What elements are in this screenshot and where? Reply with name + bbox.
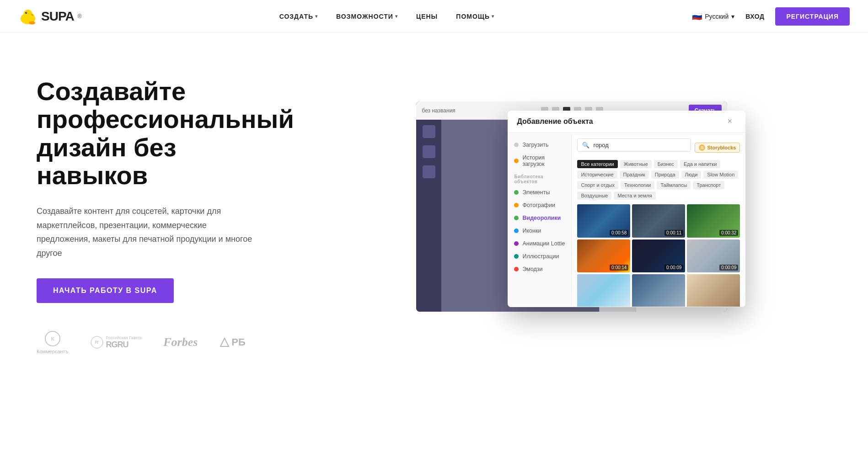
chevron-down-icon: ▾ [315, 14, 318, 19]
cat-historical[interactable]: Исторические [577, 170, 617, 179]
main-nav: СОЗДАТЬ ▾ ВОЗМОЖНОСТИ ▾ ЦЕНЫ ПОМОЩЬ ▾ [279, 13, 495, 20]
modal-content-area: 🔍 S Storyblocks Все категории Животны [572, 133, 745, 307]
hero-title: Создавайте профессиональный дизайн без н… [37, 77, 294, 190]
modal-illustrations-item[interactable]: Иллюстрации [508, 250, 571, 263]
cat-people[interactable]: Люди [681, 170, 702, 179]
video-thumb-5[interactable]: 0:00:09 [632, 239, 685, 273]
chevron-down-icon: ▾ [395, 14, 398, 19]
video-thumb-8[interactable] [632, 274, 685, 307]
upload-icon [514, 143, 519, 147]
logo[interactable]: SUPA® [18, 7, 82, 26]
hero-right: без названия Скачать [312, 101, 841, 330]
logo-text: SUPA [41, 9, 74, 24]
video-thumb-7[interactable] [577, 274, 630, 307]
modal-videos-item[interactable]: Видеоролики [508, 212, 571, 224]
modal-title: Добавление объекта [517, 117, 593, 126]
nav-prices[interactable]: ЦЕНЫ [416, 13, 438, 20]
icons-icon [514, 229, 519, 233]
sidebar-icon [423, 145, 435, 158]
sidebar-icon [423, 165, 435, 178]
partner-forbes: Forbes [163, 335, 198, 349]
partner-rgru: РГ Российская Газета RGRU [91, 336, 142, 349]
rb-icon [220, 337, 230, 347]
cat-holiday[interactable]: Праздник [620, 170, 649, 179]
video-thumb-9[interactable] [687, 274, 740, 307]
modal-sidebar: Загрузить История загрузок Библиотека об… [508, 133, 572, 307]
cat-all[interactable]: Все категории [577, 160, 617, 168]
svg-marker-9 [220, 338, 229, 346]
search-input[interactable] [593, 142, 686, 149]
hero-section: Создавайте профессиональный дизайн без н… [0, 33, 868, 389]
photos-icon [514, 203, 519, 207]
modal-history-item[interactable]: История загрузок [508, 151, 571, 170]
kommersant-icon: К [44, 330, 61, 347]
header-right: 🇷🇺 Русский ▾ ВХОД РЕГИСТРАЦИЯ [692, 7, 850, 26]
video-thumb-4[interactable]: 0:00:14 [577, 239, 630, 273]
modal-lottie-item[interactable]: Анимации Lottie [508, 237, 571, 250]
cat-nature[interactable]: Природа [651, 170, 679, 179]
elements-icon [514, 190, 519, 195]
hero-description: Создавайте контент для соцсетей, карточк… [37, 204, 256, 260]
modal-emoji-item[interactable]: Эмодзи [508, 263, 571, 276]
partner-rb: РБ [220, 336, 246, 348]
sidebar-icon [423, 125, 435, 138]
cat-slowmo[interactable]: Slow Motion [703, 170, 738, 179]
register-button[interactable]: РЕГИСТРАЦИЯ [775, 7, 850, 26]
svg-text:РГ: РГ [94, 340, 99, 345]
nav-create[interactable]: СОЗДАТЬ ▾ [279, 13, 318, 20]
language-selector[interactable]: 🇷🇺 Русский ▾ [692, 11, 734, 21]
cta-button[interactable]: НАЧАТЬ РАБОТУ В SUPA [37, 278, 174, 303]
canvas-name: без названия [422, 107, 455, 114]
lottie-icon [514, 241, 519, 246]
nav-help[interactable]: ПОМОЩЬ ▾ [456, 13, 494, 20]
cat-transport[interactable]: Транспорт [693, 181, 724, 189]
modal-photos-item[interactable]: Фотографии [508, 199, 571, 212]
cat-animals[interactable]: Животные [620, 160, 652, 168]
nav-features[interactable]: ВОЗМОЖНОСТИ ▾ [336, 13, 398, 20]
add-object-modal: Добавление объекта × Загрузить История з… [508, 111, 745, 307]
category-tags: Все категории Животные Бизнес Еда и напи… [577, 160, 740, 200]
modal-header: Добавление объекта × [508, 111, 745, 133]
cat-business[interactable]: Бизнес [654, 160, 678, 168]
cat-tech[interactable]: Технологии [621, 181, 654, 189]
modal-icons-item[interactable]: Иконки [508, 224, 571, 237]
history-icon [514, 159, 519, 163]
duck-icon [18, 7, 38, 26]
chevron-down-icon: ▾ [492, 14, 494, 19]
video-thumb-2[interactable]: 0:00:11 [632, 204, 685, 238]
storyblocks-badge: S Storyblocks [695, 143, 740, 153]
modal-footer: Закрыть [508, 307, 745, 307]
video-grid: 0:00:58 0:00:11 0:00:32 0:00:14 [577, 204, 740, 307]
flag-icon: 🇷🇺 [692, 11, 702, 21]
partners-row: К Коммерсантъ РГ Российская Газета RGRU [37, 330, 294, 354]
modal-upload-item[interactable]: Загрузить [508, 138, 571, 151]
videos-icon [514, 216, 519, 220]
cat-sport[interactable]: Спорт и отдых [577, 181, 618, 189]
video-thumb-1[interactable]: 0:00:58 [577, 204, 630, 238]
rgru-emblem-icon: РГ [91, 336, 103, 349]
login-button[interactable]: ВХОД [745, 13, 764, 20]
svg-point-2 [25, 12, 27, 14]
illustrations-icon [514, 254, 519, 259]
emoji-icon [514, 267, 519, 271]
modal-elements-item[interactable]: Элементы [508, 186, 571, 199]
modal-close-button[interactable]: × [727, 117, 736, 126]
cat-places[interactable]: Места и земля [614, 191, 655, 200]
partner-kommersant: К Коммерсантъ [37, 330, 69, 354]
screenshot-container: без названия Скачать [416, 101, 736, 330]
cat-air[interactable]: Воздушные [577, 191, 611, 200]
cat-food[interactable]: Еда и напитки [680, 160, 720, 168]
logo-reg: ® [78, 13, 82, 20]
svg-text:К: К [51, 336, 54, 341]
chevron-down-icon: ▾ [731, 13, 734, 20]
hero-left: Создавайте профессиональный дизайн без н… [37, 77, 294, 355]
svg-point-4 [29, 21, 35, 24]
cat-timelapse[interactable]: Таймлапсы [657, 181, 691, 189]
storyblocks-icon: S [699, 144, 705, 151]
modal-body: Загрузить История загрузок Библиотека об… [508, 133, 745, 307]
video-thumb-6[interactable]: 0:00:09 [687, 239, 740, 273]
library-section-label: Библиотека объектов [508, 170, 571, 186]
video-thumb-3[interactable]: 0:00:32 [687, 204, 740, 238]
search-bar[interactable]: 🔍 [577, 138, 691, 152]
header: SUPA® СОЗДАТЬ ▾ ВОЗМОЖНОСТИ ▾ ЦЕНЫ ПОМОЩ… [0, 0, 868, 33]
